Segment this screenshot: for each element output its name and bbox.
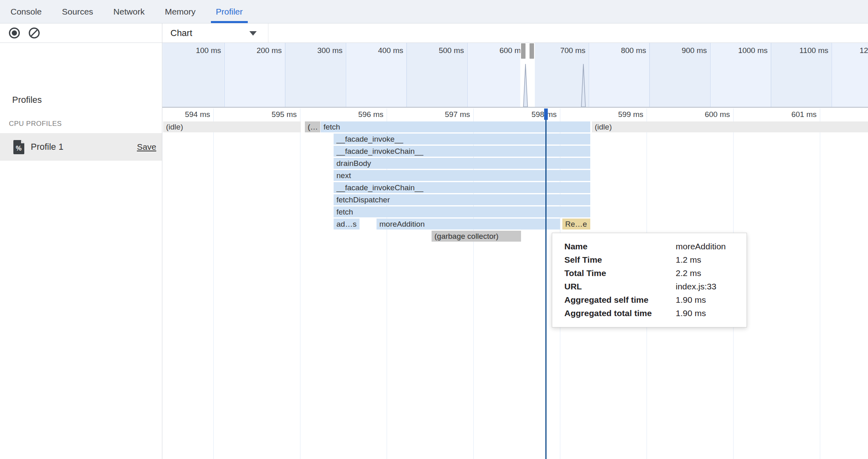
flame-bar[interactable]: (idle) [163, 121, 301, 132]
chevron-down-icon [249, 31, 257, 36]
flame-bar[interactable]: __facade_invokeChain__ [334, 182, 590, 193]
ruler-tick-label: 601 ms [775, 110, 817, 119]
profiler-toolbar [0, 23, 162, 43]
record-profile-button[interactable] [9, 28, 20, 38]
tooltip-value: index.js:33 [676, 280, 716, 293]
clear-profiles-button[interactable] [29, 28, 40, 38]
tab-profiler[interactable]: Profiler [211, 0, 248, 23]
profile-name: Profile 1 [31, 142, 64, 152]
devtools-tabbar: ConsoleSourcesNetworkMemoryProfiler [0, 0, 868, 23]
cpu-profiles-section-title: CPU PROFILES [9, 120, 62, 128]
flame-chart: 594 ms595 ms596 ms597 ms598 ms599 ms600 … [162, 108, 868, 459]
ruler-tick-label: 595 ms [255, 110, 297, 119]
ruler-tick-label: 599 ms [602, 110, 643, 119]
tooltip-label: Name [564, 242, 587, 251]
timeline-overview[interactable]: 100 ms200 ms300 ms400 ms500 ms600 ms700 … [162, 43, 868, 108]
tooltip-label: Total Time [564, 268, 606, 278]
profile-document-icon: % [13, 140, 25, 154]
ruler-tick-label: 597 ms [429, 110, 470, 119]
view-mode-select[interactable]: Chart [167, 23, 268, 42]
flame-bar[interactable]: (… [305, 121, 320, 132]
flame-bar[interactable]: (idle) [592, 121, 868, 132]
cpu-spike [523, 64, 528, 107]
tab-network[interactable]: Network [108, 0, 149, 23]
flame-bar[interactable]: __facade_invoke__ [334, 134, 590, 144]
cpu-activity-spikes [162, 43, 868, 107]
svg-text:%: % [16, 145, 21, 152]
flame-bar[interactable]: (garbage collector) [432, 231, 521, 242]
flame-bar[interactable]: drainBody [334, 158, 590, 169]
flame-bar[interactable]: Re…e [562, 219, 590, 230]
tooltip-row: Total Time2.2 ms [564, 266, 747, 280]
tab-sources[interactable]: Sources [57, 0, 98, 23]
tooltip-row: Self Time1.2 ms [564, 253, 747, 266]
flame-bar[interactable]: moreAddition [377, 219, 560, 230]
save-profile-link[interactable]: Save [137, 142, 156, 152]
flame-bar[interactable]: next [334, 170, 590, 181]
playhead-marker[interactable] [544, 108, 548, 120]
tooltip-label: Self Time [564, 255, 602, 264]
frame-details-tooltip: NamemoreAdditionSelf Time1.2 msTotal Tim… [552, 233, 747, 327]
tooltip-value: 1.90 ms [676, 293, 706, 306]
tab-memory[interactable]: Memory [160, 0, 200, 23]
tooltip-value: 1.2 ms [676, 253, 701, 266]
ruler-tick-label: 598 ms [515, 110, 557, 119]
cpu-spike [581, 64, 585, 107]
ruler-gridline [300, 108, 300, 459]
ruler-tick-label: 596 ms [342, 110, 383, 119]
flame-bar[interactable]: fetchDispatcher [334, 194, 590, 205]
tooltip-label: Aggregated self time [564, 295, 649, 304]
tooltip-label: Aggregated total time [564, 308, 652, 318]
tooltip-value: 2.2 ms [676, 266, 701, 280]
tooltip-value: 1.90 ms [676, 306, 706, 320]
ruler-tick-label: 600 ms [689, 110, 730, 119]
sidebar-item-profile-1[interactable]: % Profile 1 Save [0, 133, 162, 161]
ruler-gridline [213, 108, 214, 459]
chart-toolbar: Chart [162, 23, 868, 43]
tab-console[interactable]: Console [6, 0, 47, 23]
flame-bar[interactable]: fetch [334, 206, 590, 217]
tooltip-row: NamemoreAddition [564, 240, 747, 253]
tooltip-row: URLindex.js:33 [564, 280, 747, 293]
flame-bar[interactable]: ad…s [334, 219, 360, 230]
profiles-panel-title: Profiles [12, 95, 42, 105]
ruler-gridline [820, 108, 820, 459]
profiles-sidebar: Profiles CPU PROFILES % Profile 1 Save [0, 43, 162, 459]
ruler-tick-label: 594 ms [169, 110, 210, 119]
flame-bar[interactable]: __facade_invokeChain__ [334, 146, 590, 157]
view-mode-selected-value: Chart [170, 28, 192, 38]
sidebar-divider [162, 23, 162, 459]
tooltip-row: Aggregated self time1.90 ms [564, 293, 747, 306]
tooltip-label: URL [564, 282, 582, 291]
playhead-line [545, 108, 547, 459]
tooltip-value: moreAddition [676, 240, 726, 253]
tooltip-row: Aggregated total time1.90 ms [564, 306, 747, 320]
flame-bar[interactable]: fetch [321, 121, 590, 132]
